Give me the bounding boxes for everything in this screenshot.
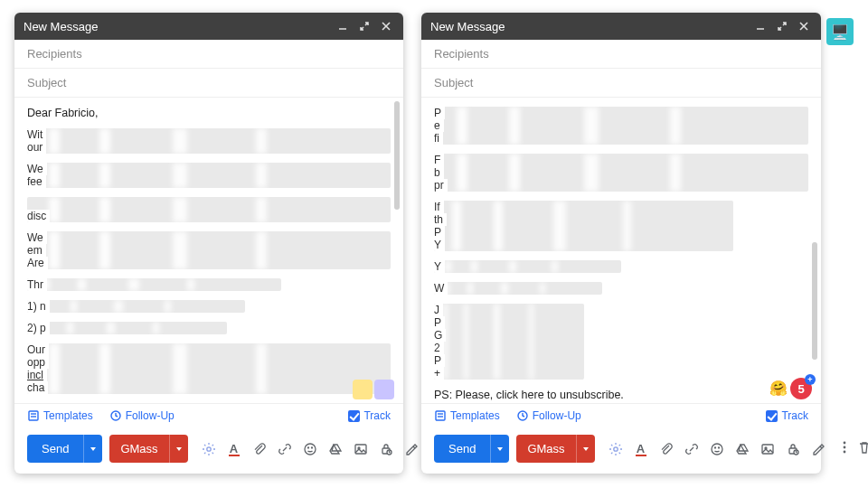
track-label: Track (781, 409, 808, 422)
confidential-icon[interactable] (378, 441, 394, 457)
svg-point-26 (712, 444, 722, 455)
svg-rect-29 (762, 445, 773, 454)
attach-icon[interactable] (658, 441, 675, 457)
svg-rect-21 (436, 411, 445, 420)
subject-placeholder: Subject (27, 76, 66, 89)
emoji-icon[interactable] (302, 441, 318, 457)
svg-point-34 (843, 446, 845, 448)
recipients-field[interactable]: Recipients (14, 40, 403, 69)
link-icon[interactable] (277, 441, 293, 457)
emoji-icon[interactable] (709, 441, 725, 457)
recipients-placeholder: Recipients (434, 47, 489, 61)
redacted-paragraph: Y (434, 260, 621, 273)
followup-link[interactable]: Follow-Up (516, 409, 581, 422)
minimize-button[interactable] (752, 18, 769, 34)
subject-placeholder: Subject (434, 76, 473, 89)
recipients-field[interactable]: Recipients (421, 40, 821, 69)
unsubscribe-line[interactable]: PS: Please, click here to unsubscribe. (434, 389, 808, 401)
send-more-button[interactable] (490, 435, 509, 463)
svg-point-9 (307, 447, 308, 448)
redacted-paragraph: 1) n (27, 300, 245, 313)
send-button[interactable]: Send (434, 435, 490, 463)
svg-point-10 (311, 447, 312, 448)
formatting-icons: A (201, 441, 420, 457)
fullscreen-button[interactable] (774, 18, 790, 34)
compose-footer-links: Templates Follow-Up Track (421, 403, 821, 427)
followup-label: Follow-Up (533, 409, 581, 422)
gmass-button[interactable]: GMass (516, 435, 575, 463)
close-button[interactable] (796, 18, 812, 34)
compose-toolbar: Send GMass A (421, 427, 821, 474)
formatting-icons: A (608, 441, 826, 457)
gmass-more-button[interactable] (169, 435, 188, 463)
templates-link[interactable]: Templates (27, 409, 93, 422)
templates-link[interactable]: Templates (434, 409, 500, 422)
redacted-paragraph: We fee (27, 163, 391, 188)
track-toggle[interactable]: Track (766, 409, 808, 422)
svg-point-35 (843, 450, 845, 453)
confidential-icon[interactable] (785, 441, 801, 457)
track-checkbox[interactable] (766, 410, 778, 422)
svg-point-28 (718, 447, 719, 448)
gear-icon[interactable] (201, 441, 217, 457)
redacted-paragraph: F b pr (434, 154, 808, 192)
subject-field[interactable]: Subject (421, 69, 821, 98)
drive-icon[interactable] (327, 441, 344, 457)
redacted-paragraph: Wit our (27, 128, 391, 154)
close-button[interactable] (378, 18, 394, 34)
scrollbar-thumb[interactable] (812, 242, 817, 360)
svg-rect-3 (29, 411, 38, 420)
gmass-more-button[interactable] (576, 435, 595, 463)
compose-title: New Message (24, 20, 98, 33)
redacted-paragraph: W (434, 282, 602, 295)
track-toggle[interactable]: Track (348, 409, 391, 422)
attach-icon[interactable] (251, 441, 268, 457)
image-icon[interactable] (353, 441, 369, 457)
compose-toolbar: Send GMass A (14, 427, 403, 474)
svg-point-27 (714, 447, 715, 448)
templates-label: Templates (450, 409, 500, 422)
scrollbar-thumb[interactable] (394, 101, 400, 210)
compose-titlebar[interactable]: New Message (421, 13, 821, 40)
image-icon[interactable] (760, 441, 776, 457)
link-icon[interactable] (684, 441, 700, 457)
compose-titlebar[interactable]: New Message (14, 13, 403, 40)
font-color-icon[interactable]: A (633, 441, 649, 457)
more-options-icon[interactable] (837, 440, 852, 458)
redacted-paragraph: Thr (27, 278, 281, 291)
signature-icon[interactable] (403, 441, 420, 457)
compose-body[interactable]: Dear Fabricio, Wit our We fee disc We em… (14, 98, 403, 403)
compose-window-left: New Message Recipients Subject Dear Fabr… (14, 13, 403, 474)
reaction-stickers (353, 380, 394, 399)
redacted-signature: J P G 2 P + (434, 304, 584, 380)
plus-icon: + (805, 374, 816, 385)
redacted-paragraph: disc (27, 197, 391, 222)
track-label: Track (363, 409, 391, 422)
minimize-button[interactable] (335, 18, 351, 34)
fullscreen-button[interactable] (356, 18, 373, 34)
track-checkbox[interactable] (348, 410, 360, 422)
gear-icon[interactable] (608, 441, 624, 457)
redacted-paragraph: P e fi (434, 107, 808, 145)
followup-link[interactable]: Follow-Up (109, 409, 175, 422)
templates-label: Templates (43, 409, 93, 422)
side-panel-app-icon[interactable]: 🖥️ (826, 18, 854, 45)
drive-icon[interactable] (734, 441, 750, 457)
redacted-paragraph: We em Are (27, 231, 391, 269)
send-more-button[interactable] (83, 435, 102, 463)
discard-icon[interactable] (857, 440, 868, 458)
send-button[interactable]: Send (27, 435, 83, 463)
svg-point-8 (305, 444, 316, 455)
redacted-paragraph: Our opp incl cha (27, 343, 391, 394)
signature-icon[interactable] (810, 441, 826, 457)
notifications-badge[interactable]: 5 + (790, 378, 812, 399)
redacted-paragraph: 2) p (27, 322, 227, 334)
compose-body[interactable]: P e fi F b pr If th P Y Y W J P G 2 P + (421, 98, 821, 403)
body-greeting: Dear Fabricio, (27, 107, 391, 119)
compose-title: New Message (430, 20, 505, 33)
subject-field[interactable]: Subject (14, 69, 403, 98)
sticker-yellow (353, 380, 373, 399)
svg-point-33 (843, 441, 845, 444)
font-color-icon[interactable]: A (226, 441, 242, 457)
gmass-button[interactable]: GMass (109, 435, 168, 463)
